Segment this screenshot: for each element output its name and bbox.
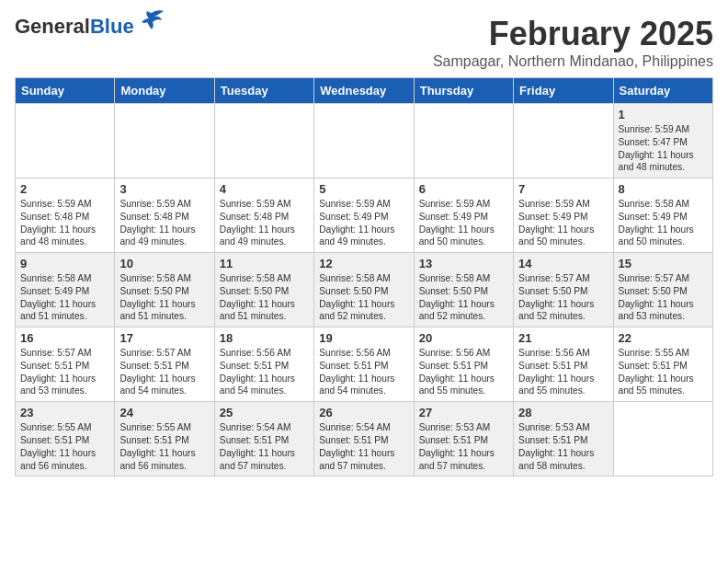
- day-info: Sunrise: 5:58 AM Sunset: 5:49 PM Dayligh…: [619, 198, 708, 248]
- calendar-cell: 3Sunrise: 5:59 AM Sunset: 5:48 PM Daylig…: [115, 178, 214, 253]
- day-number: 26: [319, 406, 408, 419]
- day-number: 5: [319, 182, 408, 196]
- calendar-header-wednesday: Wednesday: [314, 78, 414, 104]
- day-number: 12: [319, 257, 408, 270]
- calendar-cell: [414, 104, 513, 178]
- day-info: Sunrise: 5:59 AM Sunset: 5:48 PM Dayligh…: [119, 198, 209, 248]
- day-number: 16: [20, 331, 109, 345]
- day-number: 3: [119, 182, 209, 196]
- calendar-header-friday: Friday: [514, 78, 613, 104]
- day-info: Sunrise: 5:59 AM Sunset: 5:48 PM Dayligh…: [220, 198, 309, 248]
- calendar-header-row: SundayMondayTuesdayWednesdayThursdayFrid…: [16, 78, 713, 104]
- day-info: Sunrise: 5:53 AM Sunset: 5:51 PM Dayligh…: [518, 421, 608, 472]
- day-info: Sunrise: 5:56 AM Sunset: 5:51 PM Dayligh…: [419, 347, 508, 397]
- day-number: 11: [220, 257, 309, 270]
- calendar-week-row: 2Sunrise: 5:59 AM Sunset: 5:48 PM Daylig…: [16, 178, 713, 253]
- day-number: 24: [119, 406, 209, 419]
- calendar-cell: 10Sunrise: 5:58 AM Sunset: 5:50 PM Dayli…: [115, 253, 214, 327]
- calendar-week-row: 16Sunrise: 5:57 AM Sunset: 5:51 PM Dayli…: [16, 327, 713, 402]
- day-number: 7: [518, 182, 608, 196]
- day-info: Sunrise: 5:56 AM Sunset: 5:51 PM Dayligh…: [518, 347, 608, 397]
- day-number: 2: [20, 182, 109, 196]
- calendar-cell: 4Sunrise: 5:59 AM Sunset: 5:48 PM Daylig…: [214, 178, 313, 253]
- day-info: Sunrise: 5:59 AM Sunset: 5:49 PM Dayligh…: [419, 198, 508, 248]
- calendar-week-row: 1Sunrise: 5:59 AM Sunset: 5:47 PM Daylig…: [16, 104, 713, 178]
- day-info: Sunrise: 5:53 AM Sunset: 5:51 PM Dayligh…: [419, 421, 508, 472]
- calendar-cell: 20Sunrise: 5:56 AM Sunset: 5:51 PM Dayli…: [414, 327, 513, 402]
- day-info: Sunrise: 5:54 AM Sunset: 5:51 PM Dayligh…: [220, 421, 309, 472]
- calendar-cell: 1Sunrise: 5:59 AM Sunset: 5:47 PM Daylig…: [613, 104, 712, 178]
- calendar-cell: [514, 104, 613, 178]
- day-number: 17: [119, 331, 209, 345]
- day-info: Sunrise: 5:56 AM Sunset: 5:51 PM Dayligh…: [319, 347, 408, 397]
- calendar-cell: 27Sunrise: 5:53 AM Sunset: 5:51 PM Dayli…: [414, 402, 513, 477]
- calendar-week-row: 9Sunrise: 5:58 AM Sunset: 5:49 PM Daylig…: [16, 253, 713, 327]
- day-info: Sunrise: 5:58 AM Sunset: 5:50 PM Dayligh…: [319, 272, 408, 323]
- month-year: February 2025: [433, 15, 713, 53]
- calendar-cell: 26Sunrise: 5:54 AM Sunset: 5:51 PM Dayli…: [314, 402, 414, 477]
- title-section: February 2025 Sampagar, Northern Mindana…: [433, 15, 713, 70]
- calendar-week-row: 23Sunrise: 5:55 AM Sunset: 5:51 PM Dayli…: [16, 402, 713, 477]
- day-number: 19: [319, 331, 408, 345]
- calendar-cell: 9Sunrise: 5:58 AM Sunset: 5:49 PM Daylig…: [16, 253, 115, 327]
- logo-blue: Blue: [90, 15, 134, 38]
- calendar-cell: 19Sunrise: 5:56 AM Sunset: 5:51 PM Dayli…: [314, 327, 414, 402]
- calendar-header-thursday: Thursday: [414, 78, 513, 104]
- day-info: Sunrise: 5:57 AM Sunset: 5:51 PM Dayligh…: [119, 347, 209, 397]
- calendar-cell: [314, 104, 414, 178]
- day-number: 13: [419, 257, 508, 270]
- day-info: Sunrise: 5:55 AM Sunset: 5:51 PM Dayligh…: [619, 347, 708, 397]
- calendar-cell: 17Sunrise: 5:57 AM Sunset: 5:51 PM Dayli…: [115, 327, 214, 402]
- day-number: 18: [220, 331, 309, 345]
- calendar-cell: 5Sunrise: 5:59 AM Sunset: 5:49 PM Daylig…: [314, 178, 414, 253]
- day-info: Sunrise: 5:58 AM Sunset: 5:50 PM Dayligh…: [119, 272, 209, 323]
- calendar-cell: 25Sunrise: 5:54 AM Sunset: 5:51 PM Dayli…: [214, 402, 313, 477]
- calendar-header-sunday: Sunday: [16, 78, 115, 104]
- calendar-cell: [16, 104, 115, 178]
- day-info: Sunrise: 5:57 AM Sunset: 5:51 PM Dayligh…: [20, 347, 109, 397]
- logo: GeneralBlue: [15, 15, 165, 39]
- calendar-cell: 6Sunrise: 5:59 AM Sunset: 5:49 PM Daylig…: [414, 178, 513, 253]
- location: Sampagar, Northern Mindanao, Philippines: [433, 53, 713, 70]
- day-number: 20: [419, 331, 508, 345]
- day-info: Sunrise: 5:58 AM Sunset: 5:50 PM Dayligh…: [419, 272, 508, 323]
- calendar-cell: 2Sunrise: 5:59 AM Sunset: 5:48 PM Daylig…: [16, 178, 115, 253]
- day-number: 9: [20, 257, 109, 270]
- calendar-cell: 11Sunrise: 5:58 AM Sunset: 5:50 PM Dayli…: [214, 253, 313, 327]
- calendar-cell: [115, 104, 214, 178]
- day-info: Sunrise: 5:54 AM Sunset: 5:51 PM Dayligh…: [319, 421, 408, 472]
- day-info: Sunrise: 5:59 AM Sunset: 5:49 PM Dayligh…: [518, 198, 608, 248]
- calendar-cell: 16Sunrise: 5:57 AM Sunset: 5:51 PM Dayli…: [16, 327, 115, 402]
- day-number: 4: [220, 182, 309, 196]
- day-info: Sunrise: 5:56 AM Sunset: 5:51 PM Dayligh…: [220, 347, 309, 397]
- calendar-cell: 21Sunrise: 5:56 AM Sunset: 5:51 PM Dayli…: [514, 327, 613, 402]
- calendar-cell: 28Sunrise: 5:53 AM Sunset: 5:51 PM Dayli…: [514, 402, 613, 477]
- day-info: Sunrise: 5:58 AM Sunset: 5:50 PM Dayligh…: [220, 272, 309, 323]
- calendar-cell: 14Sunrise: 5:57 AM Sunset: 5:50 PM Dayli…: [514, 253, 613, 327]
- day-info: Sunrise: 5:57 AM Sunset: 5:50 PM Dayligh…: [619, 272, 708, 323]
- calendar-cell: 15Sunrise: 5:57 AM Sunset: 5:50 PM Dayli…: [613, 253, 712, 327]
- logo-bird-icon: [138, 9, 165, 39]
- day-info: Sunrise: 5:57 AM Sunset: 5:50 PM Dayligh…: [518, 272, 608, 323]
- day-info: Sunrise: 5:59 AM Sunset: 5:47 PM Dayligh…: [619, 123, 708, 174]
- day-number: 14: [518, 257, 608, 270]
- calendar-header-saturday: Saturday: [613, 78, 712, 104]
- day-number: 10: [119, 257, 209, 270]
- calendar-cell: 23Sunrise: 5:55 AM Sunset: 5:51 PM Dayli…: [16, 402, 115, 477]
- calendar-cell: 18Sunrise: 5:56 AM Sunset: 5:51 PM Dayli…: [214, 327, 313, 402]
- day-number: 22: [619, 331, 708, 345]
- calendar-cell: [613, 402, 712, 477]
- calendar-cell: 7Sunrise: 5:59 AM Sunset: 5:49 PM Daylig…: [514, 178, 613, 253]
- calendar-cell: 8Sunrise: 5:58 AM Sunset: 5:49 PM Daylig…: [613, 178, 712, 253]
- calendar-header-monday: Monday: [115, 78, 214, 104]
- calendar-header-tuesday: Tuesday: [214, 78, 313, 104]
- day-number: 25: [220, 406, 309, 419]
- day-number: 8: [619, 182, 708, 196]
- calendar-cell: [214, 104, 313, 178]
- day-number: 15: [619, 257, 708, 270]
- calendar-cell: 22Sunrise: 5:55 AM Sunset: 5:51 PM Dayli…: [613, 327, 712, 402]
- day-info: Sunrise: 5:59 AM Sunset: 5:48 PM Dayligh…: [20, 198, 109, 248]
- day-number: 1: [619, 108, 708, 121]
- day-info: Sunrise: 5:55 AM Sunset: 5:51 PM Dayligh…: [119, 421, 209, 472]
- day-number: 23: [20, 406, 109, 419]
